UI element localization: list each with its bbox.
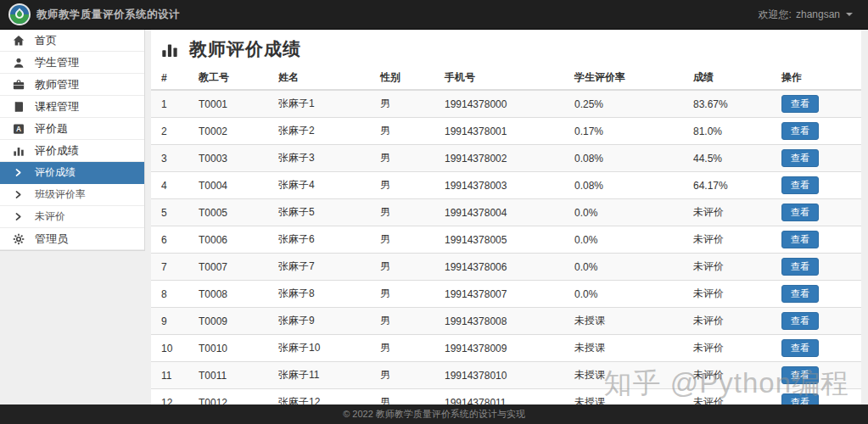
cell-学生评价率: 未授课	[568, 362, 686, 389]
cell-#: 3	[151, 145, 192, 172]
table-row: 1T0001张麻子1男199143780000.25%83.67%查看	[151, 90, 861, 118]
cell-成绩: 未评价	[686, 308, 775, 335]
cell-性别: 男	[373, 254, 438, 281]
column-header-6: 学生评价率	[568, 66, 686, 90]
cell-教工号: T0002	[192, 118, 272, 145]
cell-手机号: 19914378005	[438, 226, 568, 254]
sidebar-item-6[interactable]: 评价成绩	[0, 140, 144, 162]
sidebar-item-label: 课程管理	[35, 99, 79, 114]
cell-成绩: 未评价	[686, 389, 775, 405]
view-button[interactable]: 查看	[781, 95, 819, 113]
cell-#: 6	[151, 226, 192, 254]
cell-教工号: T0007	[192, 254, 272, 281]
sidebar-item-2[interactable]: 学生管理	[0, 52, 144, 74]
cell-学生评价率: 未授课	[568, 389, 686, 405]
cell-学生评价率: 未授课	[568, 335, 686, 362]
view-button[interactable]: 查看	[781, 149, 819, 167]
cell-教工号: T0009	[192, 308, 272, 335]
view-button[interactable]: 查看	[781, 204, 819, 221]
cell-手机号: 19914378008	[438, 308, 568, 335]
column-header-1: #	[151, 66, 192, 90]
cell-学生评价率: 0.25%	[568, 90, 686, 118]
cell-姓名: 张麻子7	[272, 254, 373, 281]
cell-性别: 男	[373, 118, 438, 145]
cell-actions: 查看	[775, 172, 861, 199]
cell-成绩: 未评价	[686, 199, 775, 226]
cell-actions: 查看	[775, 281, 861, 308]
table-row: 10T0010张麻子10男19914378009未授课未评价查看	[151, 335, 861, 362]
cell-成绩: 44.5%	[686, 145, 775, 172]
view-button[interactable]: 查看	[781, 285, 819, 303]
bar-chart-icon	[161, 41, 179, 59]
sidebar-item-label: 首页	[35, 33, 57, 48]
view-button[interactable]: 查看	[781, 231, 819, 248]
cell-教工号: T0008	[192, 281, 272, 308]
cell-性别: 男	[373, 172, 438, 199]
cell-姓名: 张麻子6	[272, 226, 373, 254]
view-button[interactable]: 查看	[781, 258, 819, 276]
cell-教工号: T0003	[192, 145, 272, 172]
cell-成绩: 64.17%	[686, 172, 775, 199]
cell-姓名: 张麻子5	[272, 199, 373, 226]
cell-手机号: 19914378002	[438, 145, 568, 172]
cell-成绩: 81.0%	[686, 118, 775, 145]
cell-教工号: T0001	[192, 90, 272, 118]
view-button[interactable]: 查看	[781, 176, 819, 194]
cell-actions: 查看	[775, 254, 861, 281]
column-header-3: 姓名	[272, 66, 373, 90]
table-row: 8T0008张麻子8男199143780070.0%未评价查看	[151, 281, 861, 308]
page-title: 教师评价成绩	[189, 37, 301, 61]
cell-教工号: T0005	[192, 199, 272, 226]
cell-姓名: 张麻子4	[272, 172, 373, 199]
sidebar-item-label: 评价成绩	[35, 165, 76, 180]
cell-性别: 男	[373, 281, 438, 308]
table-body: 1T0001张麻子1男199143780000.25%83.67%查看2T000…	[151, 90, 861, 404]
cell-姓名: 张麻子2	[272, 118, 373, 145]
top-navbar: 教师教学质量评价系统的设计 欢迎您: zhangsan	[0, 0, 868, 30]
cell-#: 5	[151, 199, 192, 226]
column-header-2: 教工号	[192, 66, 272, 90]
sidebar-item-4[interactable]: 课程管理	[0, 96, 144, 118]
page: 教师教学质量评价系统的设计 欢迎您: zhangsan 首页学生管理教师管理课程…	[0, 0, 868, 424]
sidebar-item-8[interactable]: 班级评价率	[0, 184, 144, 206]
cell-性别: 男	[373, 389, 438, 405]
sidebar-item-3[interactable]: 教师管理	[0, 74, 144, 96]
cell-#: 11	[151, 362, 192, 389]
table-row: 6T0006张麻子6男199143780050.0%未评价查看	[151, 226, 861, 254]
sidebar-item-9[interactable]: 未评价	[0, 206, 144, 228]
sidebar-item-label: 未评价	[35, 209, 65, 224]
user-icon	[12, 56, 25, 69]
cell-学生评价率: 0.17%	[568, 118, 686, 145]
cell-性别: 男	[373, 90, 438, 118]
cell-性别: 男	[373, 362, 438, 389]
view-button[interactable]: 查看	[781, 339, 819, 357]
sidebar-item-label: 评价题	[35, 121, 68, 137]
sidebar-item-1[interactable]: 首页	[0, 30, 144, 52]
cell-成绩: 未评价	[686, 226, 775, 254]
view-button[interactable]: 查看	[781, 366, 819, 384]
sidebar-item-7[interactable]: 评价成绩	[0, 162, 144, 184]
user-dropdown[interactable]: 欢迎您: zhangsan	[759, 8, 853, 22]
cell-姓名: 张麻子10	[272, 335, 373, 362]
cell-#: 12	[151, 389, 192, 405]
cell-学生评价率: 0.0%	[568, 254, 686, 281]
cell-手机号: 19914378001	[438, 118, 568, 145]
view-button[interactable]: 查看	[781, 122, 819, 140]
cell-#: 9	[151, 308, 192, 335]
cell-性别: 男	[373, 335, 438, 362]
cell-手机号: 19914378006	[438, 254, 568, 281]
sidebar-item-10[interactable]: 管理员	[0, 228, 144, 250]
cell-教工号: T0010	[192, 335, 272, 362]
cell-#: 7	[151, 254, 192, 281]
copyright-text: © 2022 教师教学质量评价系统的设计与实现	[343, 409, 525, 419]
cell-性别: 男	[373, 199, 438, 226]
font-a-icon: A	[12, 122, 25, 135]
cell-#: 2	[151, 118, 192, 145]
cell-学生评价率: 0.08%	[568, 145, 686, 172]
view-button[interactable]: 查看	[781, 312, 819, 330]
cell-学生评价率: 未授课	[568, 308, 686, 335]
view-button[interactable]: 查看	[781, 393, 819, 404]
book-icon	[12, 100, 25, 113]
sidebar-item-5[interactable]: A评价题	[0, 118, 144, 140]
cell-姓名: 张麻子11	[272, 362, 373, 389]
